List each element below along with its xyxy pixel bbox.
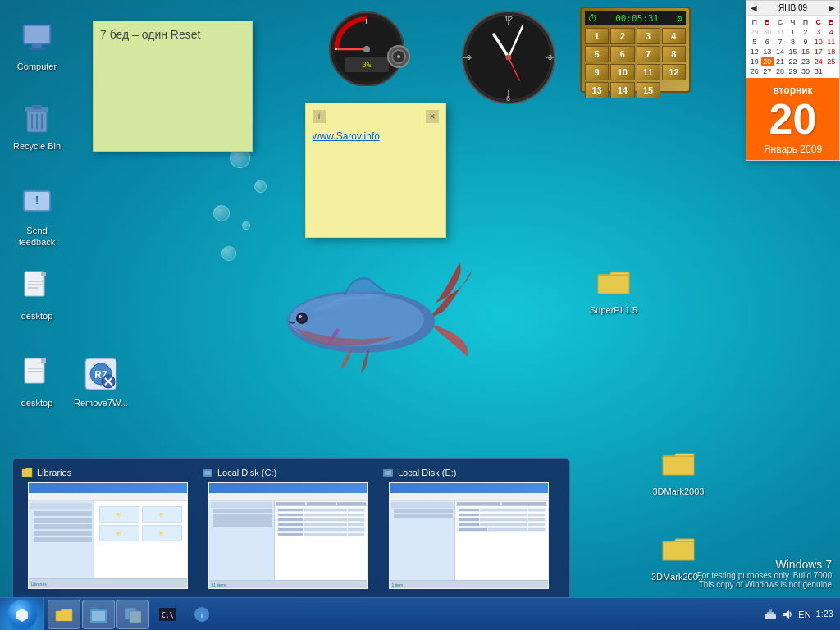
svg-rect-73 xyxy=(769,609,772,612)
cal-today-cell[interactable]: 20 xyxy=(761,57,774,66)
calc-btn-1[interactable]: 1 xyxy=(585,28,609,44)
sticky-note-header: + × xyxy=(313,110,439,123)
sticky-note-add-btn[interactable]: + xyxy=(313,110,326,123)
svg-rect-43 xyxy=(41,272,46,276)
calc-btn-6[interactable]: 6 xyxy=(610,46,634,62)
cal-day-s: С xyxy=(774,17,787,27)
calc-btn-9[interactable]: 9 xyxy=(585,64,609,80)
calc-btn-11[interactable]: 11 xyxy=(637,64,660,80)
cal-cell[interactable]: 5 xyxy=(748,37,761,47)
cal-cell[interactable]: 17 xyxy=(812,47,825,57)
cal-cell[interactable]: 13 xyxy=(761,47,774,57)
taskbar-window3-btn[interactable] xyxy=(116,600,149,629)
cal-cell[interactable]: 14 xyxy=(774,47,787,57)
disk-icon xyxy=(387,45,410,68)
taskbar-preview-area: Libraries xyxy=(12,458,570,597)
taskbar-explorer-btn[interactable] xyxy=(48,600,80,629)
cal-cell[interactable]: 16 xyxy=(799,47,812,57)
volume-tray-icon[interactable] xyxy=(780,608,793,621)
svg-point-4 xyxy=(299,315,302,318)
cal-next-btn[interactable]: ▶ xyxy=(829,3,835,12)
cal-cell[interactable]: 30 xyxy=(761,27,774,37)
cal-cell[interactable]: 15 xyxy=(787,47,800,57)
cal-cell[interactable]: 31 xyxy=(774,27,787,37)
taskbar-explorer2-btn[interactable] xyxy=(82,600,115,629)
cal-cell[interactable]: 3 xyxy=(812,27,825,37)
cal-cell[interactable]: 25 xyxy=(824,57,838,66)
cal-cell[interactable]: 26 xyxy=(748,66,761,76)
calendar-big-date: вторник 20 Январь 2009 xyxy=(746,78,839,160)
cal-cell[interactable]: 8 xyxy=(787,37,800,47)
calc-btn-10[interactable]: 10 xyxy=(610,64,634,80)
cal-cell[interactable]: 19 xyxy=(748,57,761,66)
cal-cell[interactable]: 31 xyxy=(812,66,825,76)
cal-cell[interactable]: 2 xyxy=(799,27,812,37)
cal-cell[interactable]: 12 xyxy=(748,47,761,57)
icon-computer[interactable]: Computer xyxy=(4,15,70,75)
superpi-icon xyxy=(594,262,633,301)
cal-cell[interactable]: 6 xyxy=(761,37,774,47)
preview-disk-e-thumb: 1 item xyxy=(389,482,549,589)
recycle-bin-label: Recycle Bin xyxy=(13,140,61,152)
language-indicator[interactable]: EN xyxy=(798,609,810,619)
start-button[interactable] xyxy=(0,598,44,631)
recycle-bin-icon xyxy=(17,98,57,137)
calc-btn-5[interactable]: 5 xyxy=(585,46,609,62)
icon-3dmark2003[interactable]: 3DMark2003 xyxy=(646,440,711,500)
cal-cell[interactable]: 30 xyxy=(799,66,812,76)
calc-btn-3[interactable]: 3 xyxy=(637,28,660,44)
icon-remove7w[interactable]: R7 Remove7W... xyxy=(68,351,134,412)
preview-disk-e[interactable]: Local Disk (E:) xyxy=(382,467,555,589)
cal-cell[interactable]: 1 xyxy=(787,27,800,37)
preview-libraries[interactable]: Libraries xyxy=(21,467,194,589)
preview-libraries-label: Libraries xyxy=(37,468,71,477)
calc-timer: ⏱ 00:05:31 ⚙ xyxy=(585,11,686,25)
svg-text:i: i xyxy=(201,611,203,619)
cal-cell[interactable]: 9 xyxy=(799,37,812,47)
cal-cell[interactable]: 11 xyxy=(824,37,838,47)
svg-rect-61 xyxy=(385,471,391,475)
network-tray-icon[interactable] xyxy=(764,608,777,621)
calc-btn-15[interactable]: 15 xyxy=(637,82,660,98)
icon-recycle-bin[interactable]: Recycle Bin xyxy=(4,94,70,155)
svg-point-3 xyxy=(298,314,306,322)
taskbar-pinned-area: C:\ i xyxy=(44,600,221,629)
calc-btn-7[interactable]: 7 xyxy=(637,46,660,62)
system-clock[interactable]: 1:23 xyxy=(816,608,833,619)
cal-cell[interactable]: 28 xyxy=(774,66,787,76)
cal-cell[interactable]: 29 xyxy=(748,27,761,37)
svg-rect-66 xyxy=(130,611,141,623)
sticky-note-link[interactable]: www.Sarov.info xyxy=(313,130,380,142)
cal-cell[interactable]: 24 xyxy=(812,57,825,66)
calc-btn-8[interactable]: 8 xyxy=(662,46,686,62)
cal-cell[interactable]: 27 xyxy=(761,66,774,76)
svg-point-27 xyxy=(506,55,512,61)
cal-cell[interactable]: 22 xyxy=(787,57,800,66)
calc-btn-14[interactable]: 14 xyxy=(610,82,634,98)
system-tray: EN 1:23 xyxy=(764,608,840,621)
icon-desktop2[interactable]: desktop xyxy=(4,351,70,412)
speedometer-widget: 0% xyxy=(320,4,414,86)
cal-prev-btn[interactable]: ◀ xyxy=(751,3,757,12)
cal-cell[interactable]: 23 xyxy=(799,57,812,66)
calc-btn-13[interactable]: 13 xyxy=(585,82,609,98)
cal-cell[interactable]: 10 xyxy=(812,37,825,47)
taskbar-misc-btn[interactable]: i xyxy=(185,600,218,629)
cal-cell[interactable]: 21 xyxy=(774,57,787,66)
desktop1-label: desktop xyxy=(21,310,53,322)
sticky-note-close-btn[interactable]: × xyxy=(426,110,439,123)
preview-disk-c[interactable]: Local Disk (C:) xyxy=(202,467,374,589)
calc-btn-2[interactable]: 2 xyxy=(610,28,634,44)
svg-text:3: 3 xyxy=(548,53,552,62)
icon-desktop1[interactable]: desktop xyxy=(4,264,70,325)
cal-cell[interactable]: 18 xyxy=(824,47,838,57)
taskbar-cmd-btn[interactable]: C:\ xyxy=(151,600,184,629)
icon-superpi[interactable]: SuperPI 1.5 xyxy=(581,258,646,319)
cal-cell[interactable] xyxy=(824,66,838,76)
cal-cell[interactable]: 4 xyxy=(824,27,838,37)
cal-cell[interactable]: 7 xyxy=(774,37,787,47)
cal-cell[interactable]: 29 xyxy=(787,66,800,76)
calc-btn-12[interactable]: 12 xyxy=(662,64,686,80)
icon-send-feedback[interactable]: ! Send feedback xyxy=(4,179,70,252)
calc-btn-4[interactable]: 4 xyxy=(662,28,686,44)
